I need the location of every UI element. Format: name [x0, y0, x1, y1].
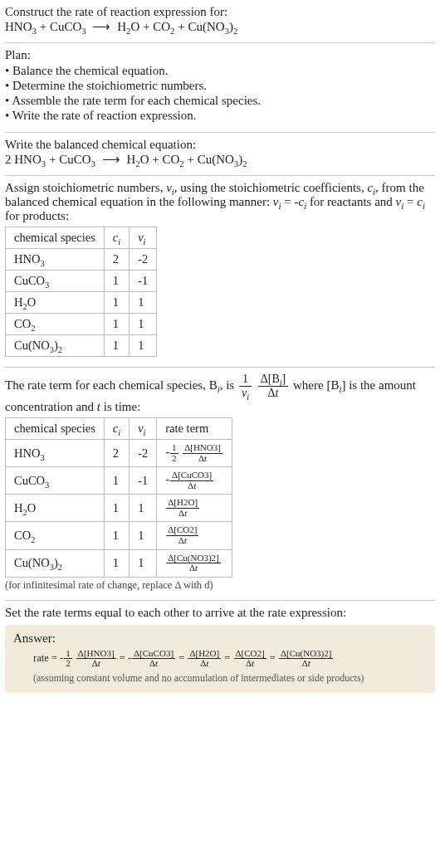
table-row: HNO32-2: [6, 249, 157, 271]
species-cuno32: Cu(NO3)2: [188, 20, 237, 33]
table-row: H2O11: [6, 292, 157, 314]
reaction-arrow-icon: ⟶: [89, 20, 114, 33]
assumption-note: (assuming constant volume and no accumul…: [13, 672, 427, 685]
final-section: Set the rate terms equal to each other t…: [5, 602, 435, 700]
assign-section: Assign stoichiometric numbers, νi, using…: [5, 178, 435, 365]
divider: [5, 367, 435, 368]
species-co2: CO2: [162, 153, 183, 166]
species-cuno32: Cu(NO3)2: [198, 153, 247, 166]
table-row: H2O 1 1 Δ[H2O]Δt: [6, 495, 232, 522]
final-title: Set the rate terms equal to each other t…: [5, 606, 435, 620]
species-hno3: HNO3: [14, 153, 46, 166]
table-row: CO211: [6, 314, 157, 335]
prompt-text: Construct the rate of reaction expressio…: [5, 5, 435, 19]
infinitesimal-note: (for infinitesimal rate of change, repla…: [5, 579, 435, 592]
reaction-arrow-icon: ⟶: [99, 153, 124, 166]
divider: [5, 132, 435, 133]
col-ci: ci: [104, 227, 129, 249]
assign-text: Assign stoichiometric numbers, νi, using…: [5, 181, 435, 223]
col-nui: νi: [130, 227, 157, 249]
answer-label: Answer:: [13, 631, 427, 646]
plan-section: Plan: Balance the chemical equation. Det…: [5, 45, 435, 130]
divider: [5, 175, 435, 176]
rateterm-section: The rate term for each chemical species,…: [5, 369, 435, 598]
rate-expression: rate = -12 Δ[HNO3]Δt = -Δ[CuCO3]Δt = Δ[H…: [13, 649, 427, 669]
divider: [5, 42, 435, 43]
delta-b-over-delta-t-fraction: Δ[Bi]Δt: [258, 373, 289, 400]
col-nui: νi: [130, 418, 157, 440]
table-row: CuCO31-1: [6, 271, 157, 292]
plan-item: Balance the chemical equation.: [5, 64, 435, 78]
species-h2o: H2O: [117, 20, 139, 33]
species-cuco3: CuCO3: [59, 153, 95, 166]
balanced-section: Write the balanced chemical equation: 2 …: [5, 134, 435, 173]
table-row: Cu(NO3)211: [6, 335, 157, 357]
table-row: Cu(NO3)2 1 1 Δ[Cu(NO3)2]Δt: [6, 549, 232, 577]
stoich-table: chemical species ci νi HNO32-2 CuCO31-1 …: [5, 227, 157, 357]
answer-box: Answer: rate = -12 Δ[HNO3]Δt = -Δ[CuCO3]…: [5, 625, 435, 693]
plan-list: Balance the chemical equation. Determine…: [5, 64, 435, 123]
species-hno3: HNO3: [5, 20, 37, 33]
table-header-row: chemical species ci νi: [6, 227, 157, 249]
col-species: chemical species: [6, 227, 105, 249]
plan-item: Assemble the rate term for each chemical…: [5, 94, 435, 108]
plan-item: Determine the stoichiometric numbers.: [5, 79, 435, 93]
species-cuco3: CuCO3: [50, 20, 86, 33]
balanced-equation: 2 HNO3 + CuCO3 ⟶ H2O + CO2 + Cu(NO3)2: [5, 152, 435, 167]
rate-term-table: chemical species ci νi rate term HNO3 2 …: [5, 417, 232, 577]
one-over-nu-fraction: 1νi: [239, 373, 252, 400]
divider: [5, 600, 435, 601]
balanced-title: Write the balanced chemical equation:: [5, 138, 435, 152]
col-ci: ci: [104, 418, 129, 440]
plan-title: Plan:: [5, 48, 435, 62]
species-co2: CO2: [153, 20, 174, 33]
unbalanced-equation: HNO3 + CuCO3 ⟶ H2O + CO2 + Cu(NO3)2: [5, 19, 435, 34]
table-row: CO2 1 1 Δ[CO2]Δt: [6, 522, 232, 549]
species-h2o: H2O: [126, 153, 149, 166]
prompt-section: Construct the rate of reaction expressio…: [5, 2, 435, 41]
col-rate-term: rate term: [157, 418, 232, 440]
table-row: CuCO3 1 -1 -Δ[CuCO3]Δt: [6, 467, 232, 495]
table-row: HNO3 2 -2 -12 Δ[HNO3]Δt: [6, 440, 232, 467]
col-species: chemical species: [6, 418, 105, 440]
plan-item: Write the rate of reaction expression.: [5, 109, 435, 123]
rateterm-text: The rate term for each chemical species,…: [5, 373, 435, 414]
table-header-row: chemical species ci νi rate term: [6, 418, 232, 440]
